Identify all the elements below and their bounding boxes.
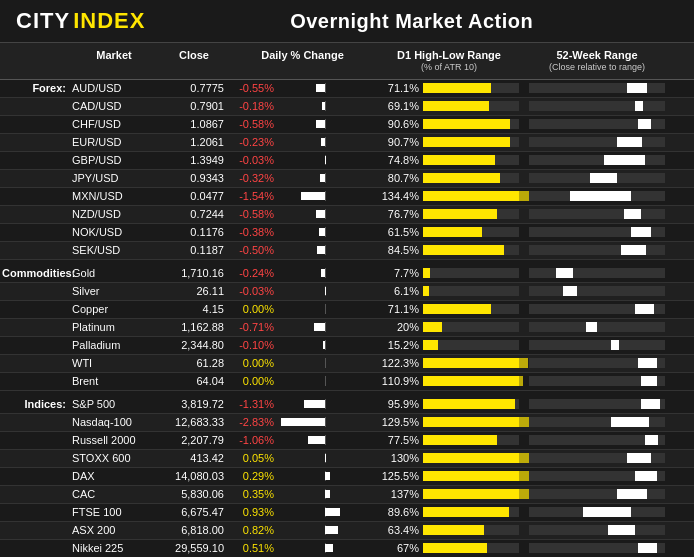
daily-pct-cell: -0.10% [230, 337, 375, 354]
close-value: 1.3949 [158, 153, 230, 167]
close-value: 2,344.80 [158, 338, 230, 352]
hilo-range-cell: 137% [375, 486, 523, 503]
hilo-pct-label: 69.1% [379, 100, 419, 112]
hilo-pct-label: 137% [379, 488, 419, 500]
week52-range-cell [523, 170, 671, 187]
pct-change-text: -0.24% [232, 267, 274, 279]
week52-range-cell [523, 98, 671, 115]
pct-change-text: 0.82% [232, 524, 274, 536]
close-value: 3,819.72 [158, 397, 230, 411]
col-header-hilo: D1 High-Low Range (% of ATR 10) [375, 46, 523, 76]
market-name: Copper [70, 302, 158, 316]
daily-pct-cell: 0.00% [230, 355, 375, 372]
daily-pct-cell: -2.83% [230, 414, 375, 431]
hilo-pct-label: 15.2% [379, 339, 419, 351]
week52-range-cell [523, 206, 671, 223]
section-label [0, 511, 70, 513]
logo-index: INDEX [73, 8, 145, 34]
section-label [0, 105, 70, 107]
hilo-range-cell: 90.7% [375, 134, 523, 151]
hilo-pct-label: 80.7% [379, 172, 419, 184]
section-label [0, 475, 70, 477]
hilo-pct-label: 6.1% [379, 285, 419, 297]
daily-pct-cell: -0.18% [230, 98, 375, 115]
hilo-pct-label: 125.5% [379, 470, 419, 482]
market-name: GBP/USD [70, 153, 158, 167]
table-row: Indices:S&P 5003,819.72-1.31%95.9% [0, 396, 694, 414]
pct-change-text: -1.06% [232, 434, 274, 446]
week52-range-cell [523, 432, 671, 449]
logo-city: CITY [16, 8, 70, 34]
week52-range-cell [523, 152, 671, 169]
hilo-range-cell: 67% [375, 540, 523, 557]
hilo-range-cell: 84.5% [375, 242, 523, 259]
section-label: Indices: [0, 397, 70, 411]
close-value: 64.04 [158, 374, 230, 388]
table-row: Nikkei 22529,559.100.51%67% [0, 540, 694, 557]
week52-range-cell [523, 319, 671, 336]
hilo-pct-label: 63.4% [379, 524, 419, 536]
pct-change-text: 0.05% [232, 452, 274, 464]
hilo-pct-label: 71.1% [379, 82, 419, 94]
header: CITY INDEX Overnight Market Action [0, 0, 694, 43]
pct-change-text: 0.00% [232, 303, 274, 315]
table-row: Commodities:Gold1,710.16-0.24%7.7% [0, 265, 694, 283]
hilo-pct-label: 129.5% [379, 416, 419, 428]
market-name: Silver [70, 284, 158, 298]
week52-range-cell [523, 522, 671, 539]
col-header-week52: 52-Week Range (Close relative to range) [523, 46, 671, 76]
table-row: CAD/USD0.7901-0.18%69.1% [0, 98, 694, 116]
section-label [0, 362, 70, 364]
table-row: NOK/USD0.1176-0.38%61.5% [0, 224, 694, 242]
week52-range-cell [523, 373, 671, 390]
table-row: CAC5,830.060.35%137% [0, 486, 694, 504]
section-label [0, 231, 70, 233]
column-headers: Market Close Daily % Change D1 High-Low … [0, 43, 694, 80]
market-name: STOXX 600 [70, 451, 158, 465]
market-name: Nasdaq-100 [70, 415, 158, 429]
daily-pct-cell: -0.03% [230, 283, 375, 300]
market-name: WTI [70, 356, 158, 370]
week52-range-cell [523, 116, 671, 133]
hilo-range-cell: 63.4% [375, 522, 523, 539]
hilo-range-cell: 125.5% [375, 468, 523, 485]
hilo-range-cell: 20% [375, 319, 523, 336]
daily-pct-cell: -0.55% [230, 80, 375, 97]
daily-pct-cell: -0.24% [230, 265, 375, 282]
market-name: CHF/USD [70, 117, 158, 131]
hilo-range-cell: 6.1% [375, 283, 523, 300]
market-name: CAC [70, 487, 158, 501]
table-row: Silver26.11-0.03%6.1% [0, 283, 694, 301]
hilo-range-cell: 77.5% [375, 432, 523, 449]
section-label [0, 529, 70, 531]
hilo-range-cell: 7.7% [375, 265, 523, 282]
daily-pct-cell: 0.29% [230, 468, 375, 485]
pct-change-text: -0.50% [232, 244, 274, 256]
section-label [0, 421, 70, 423]
daily-pct-cell: 0.82% [230, 522, 375, 539]
week52-range-cell [523, 504, 671, 521]
hilo-range-cell: 122.3% [375, 355, 523, 372]
close-value: 0.1187 [158, 243, 230, 257]
hilo-pct-label: 20% [379, 321, 419, 333]
table-row: NZD/USD0.7244-0.58%76.7% [0, 206, 694, 224]
section-label [0, 344, 70, 346]
table-row: Nasdaq-10012,683.33-2.83%129.5% [0, 414, 694, 432]
market-name: AUD/USD [70, 81, 158, 95]
section-label: Forex: [0, 81, 70, 95]
market-name: NOK/USD [70, 225, 158, 239]
section-label [0, 141, 70, 143]
market-name: MXN/USD [70, 189, 158, 203]
week52-range-cell [523, 468, 671, 485]
pct-change-text: -0.55% [232, 82, 274, 94]
logo: CITY INDEX [16, 8, 145, 34]
pct-change-text: -0.38% [232, 226, 274, 238]
daily-pct-cell: -0.23% [230, 134, 375, 151]
hilo-range-cell: 15.2% [375, 337, 523, 354]
close-value: 1.0867 [158, 117, 230, 131]
section-label [0, 213, 70, 215]
market-name: Platinum [70, 320, 158, 334]
hilo-pct-label: 90.7% [379, 136, 419, 148]
daily-pct-cell: -0.03% [230, 152, 375, 169]
section-label [0, 493, 70, 495]
